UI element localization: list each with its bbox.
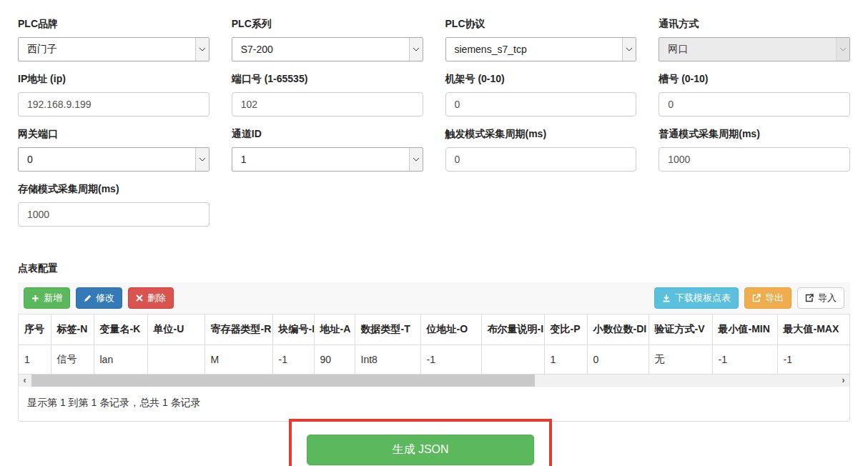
import-button[interactable]: 导入 xyxy=(797,287,844,309)
port-input[interactable] xyxy=(232,92,423,116)
chevron-down-icon xyxy=(195,148,209,171)
export-icon xyxy=(752,294,761,302)
field-ip-address: IP地址 (ip) xyxy=(18,71,209,116)
table-cell: 1 xyxy=(544,344,587,374)
table-cell xyxy=(147,344,204,374)
column-header[interactable]: 序号 xyxy=(19,314,51,344)
table-cell: 无 xyxy=(648,344,712,374)
table-cell: 1 xyxy=(19,344,51,374)
pencil-icon xyxy=(84,294,92,302)
column-header[interactable]: 地址-A xyxy=(314,314,355,344)
download-icon xyxy=(662,294,671,302)
bottom-section: 生成 JSON xyxy=(18,419,850,466)
table-header-row: 序号标签-N变量名-K单位-U寄存器类型-R块编号-B地址-A数据类型-T位地址… xyxy=(19,314,849,344)
chevron-down-icon xyxy=(836,38,849,61)
table-cell: lan xyxy=(94,344,147,374)
normal-cycle-label: 普通模式采集周期(ms) xyxy=(659,127,850,147)
rack-number-input[interactable] xyxy=(445,92,637,116)
export-button[interactable]: 导出 xyxy=(744,287,791,309)
chevron-down-icon xyxy=(409,148,423,171)
table-cell: -1 xyxy=(777,344,849,374)
plc-series-label: PLC系列 xyxy=(232,16,423,37)
column-header[interactable]: 单位-U xyxy=(147,314,204,344)
scrollbar-thumb[interactable] xyxy=(31,375,535,387)
channel-id-label: 通道ID xyxy=(232,127,423,147)
scroll-left-icon[interactable]: ‹ xyxy=(19,375,31,387)
column-header[interactable]: 寄存器类型-R xyxy=(204,314,272,344)
column-header[interactable]: 位地址-O xyxy=(420,314,481,344)
column-header[interactable]: 最大值-MAX xyxy=(777,314,849,344)
plc-series-select[interactable]: S7-200 xyxy=(232,37,423,61)
horizontal-scrollbar[interactable]: ‹ › xyxy=(19,375,849,387)
scroll-right-icon[interactable]: › xyxy=(837,375,849,387)
table-cell xyxy=(481,344,544,374)
plc-protocol-label: PLC协议 xyxy=(445,16,637,37)
edit-button[interactable]: 修改 xyxy=(76,287,122,309)
field-port: 端口号 (1-65535) xyxy=(232,71,423,116)
comm-mode-select: 网口 xyxy=(659,37,850,61)
table-cell: 信号 xyxy=(51,344,94,374)
column-header[interactable]: 块编号-B xyxy=(272,314,314,344)
table-cell: Int8 xyxy=(355,344,420,374)
gateway-port-label: 网关端口 xyxy=(18,127,209,147)
storage-cycle-label: 存储模式采集周期(ms) xyxy=(18,182,209,202)
field-plc-protocol: PLC协议 siemens_s7_tcp xyxy=(445,16,637,61)
comm-mode-label: 通讯方式 xyxy=(659,16,850,37)
rack-number-label: 机架号 (0-10) xyxy=(445,71,637,92)
table-cell: 0 xyxy=(587,344,648,374)
field-plc-brand: PLC品牌 西门子 xyxy=(18,16,209,61)
ip-address-label: IP地址 (ip) xyxy=(18,71,209,92)
plc-config-form: PLC品牌 西门子 PLC系列 S7-200 PLC协议 siemens_s7_… xyxy=(18,16,850,237)
trigger-cycle-input[interactable] xyxy=(445,147,637,172)
field-normal-cycle: 普通模式采集周期(ms) xyxy=(659,127,850,172)
plc-config-page: PLC品牌 西门子 PLC系列 S7-200 PLC协议 siemens_s7_… xyxy=(0,0,868,466)
table-cell: -1 xyxy=(712,344,777,374)
column-header[interactable]: 验证方式-V xyxy=(648,314,712,344)
storage-cycle-input[interactable] xyxy=(18,202,209,227)
ip-address-input[interactable] xyxy=(18,92,209,116)
column-header[interactable]: 标签-N xyxy=(51,314,94,344)
column-header[interactable]: 变量名-K xyxy=(94,314,147,344)
delete-button[interactable]: 删除 xyxy=(128,287,174,309)
column-header[interactable]: 最小值-MIN xyxy=(712,314,777,344)
field-channel-id: 通道ID 1 xyxy=(232,127,423,172)
chevron-down-icon xyxy=(195,38,209,61)
plc-protocol-select[interactable]: siemens_s7_tcp xyxy=(445,37,637,61)
table-row[interactable]: 1信号lanM-190Int8-110无-1-1 xyxy=(19,344,849,374)
table-cell: -1 xyxy=(272,344,314,374)
slot-number-label: 槽号 (0-10) xyxy=(659,71,850,92)
toolbar-right-group: 下载模板点表 导出 导入 xyxy=(654,287,844,309)
chevron-down-icon xyxy=(622,38,636,61)
gateway-port-select[interactable]: 0 xyxy=(18,147,209,172)
add-button[interactable]: 新增 xyxy=(24,287,70,309)
slot-number-input[interactable] xyxy=(659,92,850,116)
channel-id-select[interactable]: 1 xyxy=(232,147,423,172)
normal-cycle-input[interactable] xyxy=(659,147,850,172)
table-cell: -1 xyxy=(420,344,481,374)
plus-icon xyxy=(31,294,39,302)
pagination-info: 显示第 1 到第 1 条记录，总共 1 条记录 xyxy=(19,387,849,421)
field-slot-number: 槽号 (0-10) xyxy=(659,71,850,116)
point-table-viewport: 序号标签-N变量名-K单位-U寄存器类型-R块编号-B地址-A数据类型-T位地址… xyxy=(19,314,849,375)
point-table-toolbar: 新增 修改 删除 下载模板点表 导出 导入 xyxy=(18,282,850,314)
field-comm-mode: 通讯方式 网口 xyxy=(659,16,850,61)
column-header[interactable]: 变比-P xyxy=(544,314,587,344)
generate-json-button[interactable]: 生成 JSON xyxy=(307,435,534,465)
field-storage-cycle: 存储模式采集周期(ms) xyxy=(18,182,209,227)
column-header[interactable]: 数据类型-T xyxy=(355,314,420,344)
chevron-down-icon xyxy=(409,38,423,61)
trigger-cycle-label: 触发模式采集周期(ms) xyxy=(445,127,637,147)
field-gateway-port: 网关端口 0 xyxy=(18,127,209,172)
table-cell: M xyxy=(204,344,272,374)
x-icon xyxy=(136,294,143,302)
table-body: 1信号lanM-190Int8-110无-1-1 xyxy=(19,344,849,374)
column-header[interactable]: 小数位数-DI xyxy=(587,314,648,344)
column-header[interactable]: 布尔量说明-I xyxy=(481,314,544,344)
import-icon xyxy=(805,294,814,302)
port-label: 端口号 (1-65535) xyxy=(232,71,423,92)
field-trigger-cycle: 触发模式采集周期(ms) xyxy=(445,127,637,172)
field-rack-number: 机架号 (0-10) xyxy=(445,71,637,116)
plc-brand-select[interactable]: 西门子 xyxy=(18,37,209,61)
field-plc-series: PLC系列 S7-200 xyxy=(232,16,423,61)
download-template-button[interactable]: 下载模板点表 xyxy=(654,287,739,309)
